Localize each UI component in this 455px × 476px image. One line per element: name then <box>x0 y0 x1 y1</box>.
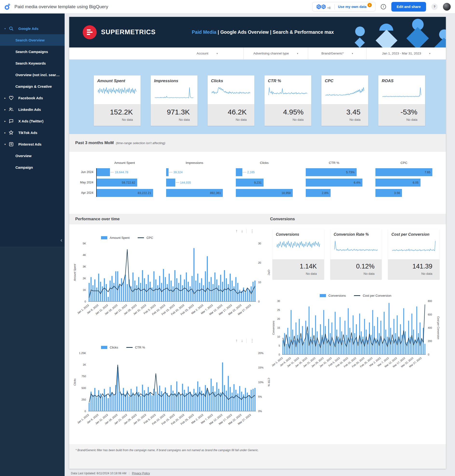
mom-month-label: Jun 2024 <box>75 168 96 176</box>
mom-chart-bars: 39,324144,935892,361 <box>166 168 223 197</box>
svg-text:5: 5 <box>278 344 280 347</box>
conversions-section-title: Conversions <box>270 217 295 222</box>
more-options-icon[interactable]: ⋮ <box>250 229 254 234</box>
conversions-cost-chart: 0510152025300200400600800Jan 1, 2023Jan … <box>271 298 439 377</box>
kpi-card-cpc: CPC3.45No data <box>321 75 368 126</box>
sidebar-subitem-campaign-creative[interactable]: Campaign & Creative <box>0 80 65 92</box>
sort-down-icon[interactable]: ↓ <box>241 229 243 234</box>
mom-bar-row: 6.4% <box>306 179 363 187</box>
svg-text:1.25K: 1.25K <box>79 352 86 355</box>
legend-label: Cost per Conversion <box>363 294 391 297</box>
mom-bar: 6.4% <box>306 179 363 187</box>
card-top: Conversion Rate % <box>330 229 382 259</box>
kpi-card-ctr: CTR %4.95%No data <box>265 75 311 126</box>
svg-text:4K: 4K <box>83 254 86 256</box>
chart-hover-toolbar: ↑↓⋮ <box>73 338 270 344</box>
kpi-card-amount-spent: Amount Spent152.2KNo data <box>94 75 141 126</box>
mom-bar: 5.73% <box>306 168 357 176</box>
pinterest-icon <box>8 141 14 147</box>
banner-decorative-shapes <box>342 17 446 48</box>
sidebar-item-facebook-ads[interactable]: ▸Facebook Ads <box>0 92 65 104</box>
svg-text:25: 25 <box>277 309 280 311</box>
sidebar-subitem-search-keywords[interactable]: Search Keywords <box>0 57 65 69</box>
sparkline <box>325 86 364 100</box>
mom-bar-row: 2,165 <box>236 168 293 176</box>
edit-and-share-button[interactable]: Edit and share <box>391 2 426 12</box>
svg-text:30: 30 <box>277 300 280 302</box>
top-bar: Paid media overview template using BigQu… <box>0 0 455 14</box>
mom-bar-row: 18,958 <box>236 189 293 197</box>
mom-bar <box>97 168 110 176</box>
conversions-column: Conversions1.14KNo dataConversion Rate %… <box>270 224 446 443</box>
report-issues-icon[interactable]: ! <box>381 4 386 9</box>
advertising-channel-type-filter[interactable]: Advertising channel type▾ <box>243 48 308 59</box>
chat-icon <box>8 118 14 124</box>
data-sources-pill[interactable]: +8 Use my own data ▲ <box>312 2 375 12</box>
warning-icon: ▲ <box>367 3 372 7</box>
account-filter[interactable]: Account▾ <box>171 48 243 59</box>
sidebar-item-tiktok-ads[interactable]: ▸TikTok Ads <box>0 127 65 138</box>
sidebar-subitem-search-overview[interactable]: Search Overview <box>0 34 65 46</box>
mom-bar-value: 18,958 <box>282 191 293 195</box>
card-no-data-note: No data <box>272 118 304 121</box>
card-sparkline <box>325 86 364 100</box>
sidebar-item-linkedin-ads[interactable]: ▸LinkedIn Ads <box>0 104 65 115</box>
chevron-right-icon: ▸ <box>3 108 7 111</box>
chevron-down-icon: ▾ <box>297 52 298 55</box>
sort-down-icon[interactable]: ↓ <box>241 338 243 343</box>
sidebar-subitem-campaign[interactable]: Campaign <box>0 161 65 173</box>
svg-text:2K: 2K <box>83 277 86 280</box>
privacy-policy-link[interactable]: Privacy Policy <box>132 472 150 475</box>
sort-up-icon[interactable]: ↑ <box>236 338 238 343</box>
collapse-sidebar-icon[interactable]: ‹ <box>61 238 62 243</box>
card-sparkline <box>276 239 320 255</box>
legend-label: Amount Spent <box>110 236 130 239</box>
brand-generic-footnote: * Brand/Generic filter has been build fr… <box>75 449 439 452</box>
svg-text:0: 0 <box>84 410 86 413</box>
mom-bar: 892,361 <box>166 189 223 197</box>
sidebar-subitem-label: Search Overview <box>16 38 45 42</box>
mom-section-header: Past 3 months MoM (time-range selection … <box>69 134 446 152</box>
sidebar-subitem-overview[interactable]: Overview <box>0 150 65 161</box>
sidebar-item-x-ads-twitter[interactable]: ▸X Ads (Twitter) <box>0 115 65 127</box>
amount-spent-cpc-chart-block: ↑↓⋮Amount SpentCPC01K2K3K4K5K0102030Jan … <box>73 228 270 327</box>
mom-chart-amount-spent: Amount Spent19,644.7859,722.8283,222.21 <box>96 161 153 199</box>
use-my-own-data-button[interactable]: Use my own data <box>338 5 366 9</box>
sparkline <box>382 86 421 100</box>
svg-text:0: 0 <box>84 300 86 303</box>
extra-sources-count: +8 <box>327 6 331 10</box>
mom-bar-value: 5.73% <box>346 171 356 174</box>
mom-bar-row: 39,324 <box>166 168 223 176</box>
sidebar-item-pinterest-ads[interactable]: ▾Pinterest Ads <box>0 138 65 150</box>
card-no-data-note: No data <box>386 118 417 121</box>
avatar[interactable] <box>443 3 451 11</box>
svg-text:3K: 3K <box>83 265 86 268</box>
conversion-card-conversion-rate: Conversion Rate %0.12%No data <box>330 229 382 279</box>
svg-text:Clicks: Clicks <box>73 378 76 386</box>
mom-bar: 3.56 <box>375 189 402 197</box>
more-options-icon[interactable]: ⋮ <box>250 338 254 343</box>
mom-bar-value: 6.4% <box>354 181 363 184</box>
card-no-data-note: No data <box>329 118 360 121</box>
date-range-filter[interactable]: Jan 1, 2023 - Mar 31, 2023▾ <box>366 48 446 59</box>
sort-up-icon[interactable]: ↑ <box>236 229 238 234</box>
sidebar-item-google-ads[interactable]: ▾Google Ads <box>0 23 65 34</box>
banner-title: Paid Media | Google Ads Overview | Searc… <box>192 29 334 35</box>
mom-chart-title: CTR % <box>306 161 363 168</box>
mom-chart-bars: 19,644.7859,722.8283,222.21 <box>96 168 153 197</box>
card-sparkline <box>392 239 436 255</box>
mom-row-labels: Jun 2024May 2024Apr 2024 <box>75 161 96 199</box>
card-sparkline <box>268 86 308 100</box>
sidebar-item-label: LinkedIn Ads <box>18 108 41 111</box>
legend-line-swatch <box>354 295 360 296</box>
card-value: 46.2K <box>215 108 247 116</box>
sidebar-subitem-search-campaigns[interactable]: Search Campaigns <box>0 46 65 57</box>
filter-bar: Account▾Advertising channel type▾Brand/G… <box>69 48 446 60</box>
sidebar-subitem-overview-not-incl-searc[interactable]: Overview (not incl. searc… <box>0 69 65 80</box>
toolbar-divider <box>246 339 247 343</box>
report-title: Paid media overview template using BigQu… <box>15 4 108 9</box>
mom-section-subtitle: (time-range selection isn't affecting) <box>116 141 165 145</box>
brand-generic-filter[interactable]: Brand/Generic*▾ <box>308 48 366 59</box>
mom-bar-value: 9,231 <box>254 181 264 184</box>
help-icon[interactable]: ? <box>431 4 438 10</box>
